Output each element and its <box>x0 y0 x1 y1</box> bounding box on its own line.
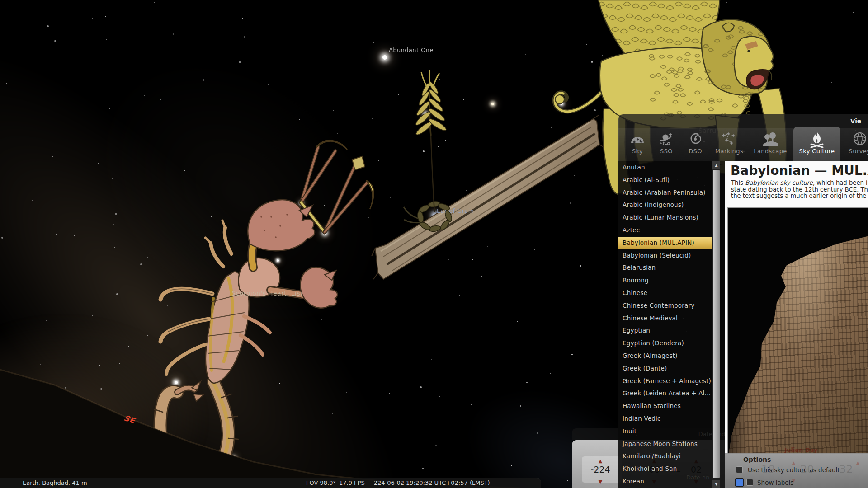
culture-item[interactable]: Indian Vedic <box>618 413 712 425</box>
status-bar[interactable]: Earth, Baghdad, 41 m FOV 98.9° 17.9 FPS … <box>0 478 541 488</box>
ghost-up-arrow: ▲ <box>792 460 795 465</box>
surveys-icon <box>853 131 868 149</box>
sky-culture-list[interactable]: AnutanArabic (Al-Sufi)Arabic (Arabian Pe… <box>618 161 725 488</box>
markings-icon <box>721 131 738 149</box>
tab-sso[interactable]: SSO <box>653 128 679 161</box>
star-label: Abundant One <box>389 47 434 53</box>
description-line-2: state dating back to the 12th century BC… <box>731 186 868 193</box>
culture-item[interactable]: Greek (Almagest) <box>618 350 712 362</box>
fps-readout: 17.9 FPS <box>339 479 365 486</box>
culture-item[interactable]: Inuit <box>618 425 712 438</box>
culture-item[interactable]: Chinese <box>618 287 712 300</box>
stellarium-app: Abundant OneEar of GrainScorpion's Heart… <box>0 0 868 488</box>
culture-item[interactable]: Boorong <box>618 274 712 287</box>
landscape-icon <box>762 131 779 149</box>
dialog-titlebar[interactable]: Vie <box>618 114 868 128</box>
culture-item[interactable]: Japanese Moon Stations <box>618 438 712 450</box>
dialog-tabbar: Sky SSO DSO <box>618 128 868 161</box>
show-labels-label[interactable]: Show labels <box>757 479 793 486</box>
culture-description-panel: Babylonian — MUL.APIN This Babylonian sk… <box>725 161 868 488</box>
tab-label: SSO <box>653 148 679 155</box>
tab-label: Sky <box>624 148 651 155</box>
culture-item[interactable]: Arabic (Arabian Peninsula) <box>618 187 712 199</box>
culture-item[interactable]: Chinese Medieval <box>618 312 712 325</box>
culture-item[interactable]: Korean <box>618 475 712 488</box>
show-labels-checkbox[interactable] <box>746 479 753 486</box>
culture-item[interactable]: Babylonian (Seleucid) <box>618 249 712 262</box>
default-culture-checkbox[interactable] <box>736 466 743 473</box>
tab-label: DSO <box>682 148 708 155</box>
description-line-1: This Babylonian sky culture, which had b… <box>731 179 868 186</box>
cuneiform-tablet <box>728 208 868 454</box>
culture-item[interactable]: Khoikhoi and San <box>618 463 712 475</box>
dialog-title: Vie <box>850 117 861 125</box>
culture-item[interactable]: Hawaiian Starlines <box>618 400 712 413</box>
tab-dso[interactable]: DSO <box>682 128 708 161</box>
scroll-down-button[interactable]: ▼ <box>712 480 720 488</box>
scroll-up-button[interactable]: ▲ <box>712 161 720 169</box>
culture-item[interactable]: Kamilaroi/Euahlayi <box>618 450 712 463</box>
dso-icon <box>687 131 704 149</box>
tab-surveys[interactable]: Surveys <box>843 128 868 161</box>
culture-item[interactable]: Chinese Contemporary <box>618 300 712 312</box>
tab-sky-culture[interactable]: Sky Culture <box>793 127 840 161</box>
culture-item[interactable]: Aztec <box>618 224 712 237</box>
culture-item[interactable]: Greek (Farnese + Almagest) <box>618 375 712 388</box>
culture-item[interactable]: Egyptian <box>618 324 712 337</box>
culture-item[interactable]: Egyptian (Dendera) <box>618 337 712 350</box>
list-scrollbar[interactable]: ▲ ▼ <box>712 161 720 488</box>
tab-sky[interactable]: Sky <box>624 128 651 161</box>
year-down-arrow[interactable]: ▼ <box>585 479 616 485</box>
bonfire-icon <box>808 131 826 149</box>
description-line-3: the text suggests a much earlier origin … <box>731 192 868 199</box>
ghost-up-arrow-2: ▲ <box>856 460 859 465</box>
sky-icon <box>629 131 646 149</box>
options-section: Options Use this sky culture as default … <box>725 453 868 488</box>
label-color-swatch[interactable] <box>735 478 744 487</box>
tab-label: Surveys <box>843 148 868 155</box>
year-value[interactable]: -224 <box>585 465 616 474</box>
culture-item[interactable]: Arabic (Indigenous) <box>618 199 712 211</box>
culture-item[interactable]: Anutan <box>618 161 712 174</box>
sso-icon <box>658 131 675 149</box>
year-up-arrow[interactable]: ▲ <box>585 458 616 464</box>
tablet-image: Julian Day <box>727 207 868 454</box>
culture-title: Babylonian — MUL.APIN <box>731 163 868 178</box>
view-dialog: Vie Sky <box>618 114 868 488</box>
options-header: Options <box>743 456 771 463</box>
datetime-readout[interactable]: -224-06-02 19:20:32 UTC+02:57 (LMST) <box>372 479 490 486</box>
tab-landscape[interactable]: Landscape <box>750 128 791 161</box>
fov-readout: FOV 98.9° <box>306 479 336 486</box>
location-readout[interactable]: Earth, Baghdad, 41 m <box>23 479 87 486</box>
star-label: Scorpion's Heart, Lisi <box>231 290 302 297</box>
default-culture-label[interactable]: Use this sky culture as default <box>748 466 840 474</box>
star-label: Ear of Grain <box>437 207 474 214</box>
scrollbar-thumb[interactable] <box>713 170 720 478</box>
tab-label: Sky Culture <box>793 148 840 155</box>
culture-item[interactable]: Belarusian <box>618 262 712 274</box>
tab-label: Markings <box>711 148 747 155</box>
tab-markings[interactable]: Markings <box>711 128 747 161</box>
culture-item[interactable]: Greek (Leiden Aratea + Al… <box>618 387 712 400</box>
culture-item[interactable]: Greek (Dante) <box>618 362 712 375</box>
culture-item[interactable]: Babylonian (MUL.APIN) <box>618 237 712 249</box>
tab-label: Landscape <box>750 148 791 155</box>
culture-item[interactable]: Arabic (Lunar Mansions) <box>618 211 712 224</box>
culture-item[interactable]: Arabic (Al-Sufi) <box>618 174 712 187</box>
ghost-second: 32 <box>839 463 853 476</box>
